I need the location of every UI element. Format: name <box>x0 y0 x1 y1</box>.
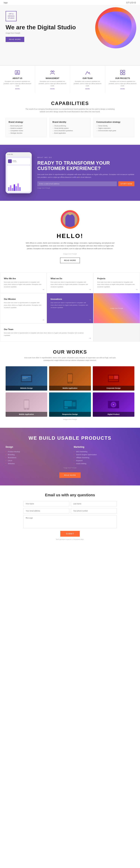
list-item: Product Mockup <box>6 450 66 453</box>
svg-rect-27 <box>64 407 68 408</box>
transform-title: READY TO TRANSFORM YOUR CUSTOMER EXPERIE… <box>37 160 134 171</box>
info-grid-bottom: Our Mission Duis aute irure dolor in rep… <box>0 293 140 323</box>
card-about-us-title: ABOUT US <box>2 77 33 80</box>
build-section: WE BUILD USABLE PRODUCTS Design Product … <box>0 428 140 486</box>
email-note: We'll get back to you in 1-2 business da… <box>23 538 117 540</box>
email-message-input[interactable] <box>23 515 117 528</box>
list-item: Affiliate Marketing <box>74 456 134 459</box>
works-image-label: Images from Freepik <box>6 418 134 420</box>
list-item: Brand equity audit <box>9 125 44 127</box>
cap-col-brand-strategy: Brand strategy Brand equity audit Audien… <box>6 118 47 137</box>
list-item: Keyword <box>74 459 134 462</box>
hello-read-more-button[interactable]: READ MORE <box>60 257 80 263</box>
header: logo STUDIO <box>0 0 140 5</box>
svg-rect-25 <box>64 401 72 406</box>
info-grid-wrapper: Who We Are Duis aute irure dolor in repr… <box>0 273 140 342</box>
email-submit-button[interactable]: SUBMIT <box>60 531 80 537</box>
work-item-website-design[interactable]: Website Design <box>6 366 47 391</box>
info-team-text: Duis aute irure dolor in reprehenderit i… <box>4 332 90 337</box>
cap-communication-list: Verbal identity Tagline exploration Comm… <box>96 125 131 132</box>
hero-image <box>95 7 136 49</box>
transform-input-row: START NOW <box>37 181 134 186</box>
cap-brand-identity-title: Brand identity <box>53 121 88 123</box>
card-management-title: MANAGEMENT <box>37 77 68 80</box>
email-firstname-input[interactable] <box>23 501 69 506</box>
bar-3 <box>12 188 13 191</box>
digital-product-illustration <box>108 401 119 408</box>
work-item-mobile-application-2[interactable]: Mobile Application <box>6 393 47 417</box>
email-form: SUBMIT We'll get back to you in 1-2 busi… <box>23 501 117 540</box>
avatar-inner <box>63 212 77 227</box>
work-item-responsive-design[interactable]: Responsive Design <box>49 393 91 417</box>
transform-phone-mockup: 12:31 PM Activity2.31 km <box>6 152 32 193</box>
work-item-corporate-design[interactable]: Corporate Design <box>93 366 134 391</box>
cards-row: ABOUT US Excepteur sint occaecat cupidat… <box>0 65 140 93</box>
transform-section: 12:31 PM Activity2.31 km WHAT WE DO READ… <box>0 145 140 201</box>
list-item: Brand application <box>53 132 88 134</box>
cap-brand-strategy-title: Brand strategy <box>9 121 44 123</box>
email-phone-input[interactable] <box>71 508 117 514</box>
svg-rect-15 <box>68 374 72 382</box>
svg-rect-22 <box>24 400 29 408</box>
list-item: Communication style guide <box>96 129 131 132</box>
info-innovations-title: Innovations <box>50 298 90 300</box>
svg-rect-26 <box>72 402 76 406</box>
card-about-us-link[interactable]: MORE <box>2 88 33 90</box>
transform-content: WHAT WE DO READY TO TRANSFORM YOUR CUSTO… <box>37 157 134 189</box>
management-icon <box>49 69 56 76</box>
svg-point-1 <box>16 71 18 73</box>
svg-point-23 <box>26 408 27 410</box>
work-item-digital-product[interactable]: Digital Product <box>93 393 134 417</box>
email-contact-row <box>23 508 117 514</box>
work-mobile-2-label: Mobile Application <box>6 412 47 417</box>
hero-read-more-button[interactable]: READ MORE <box>6 37 24 42</box>
info-cell-projects: Projects Duis aute irure dolor in repreh… <box>93 273 140 293</box>
phone-card: Activity2.31 km <box>7 158 30 164</box>
info-mission-text: Duis aute irure dolor in reprehenderit i… <box>4 302 43 309</box>
svg-point-2 <box>51 71 52 72</box>
cap-communication-title: Communication strategy <box>96 121 131 123</box>
info-innovations-text: Duis aute irure dolor in reprehenderit i… <box>50 302 90 309</box>
svg-point-3 <box>53 71 54 72</box>
info-grid-last: Our Team Duis aute irure dolor in repreh… <box>0 323 140 342</box>
card-our-projects-title: OUR PROJECTS <box>107 77 138 80</box>
info-grid-image-content: Image from Freepik <box>94 293 140 323</box>
email-email-input[interactable] <box>23 508 69 514</box>
list-item: Verbal identity <box>96 125 131 127</box>
card-our-projects: OUR PROJECTS Excepteur sint occaecat cup… <box>105 66 140 93</box>
svg-point-16 <box>69 382 71 383</box>
info-projects-arrow: → <box>135 288 138 291</box>
info-cell-who-we-are: Who We Are Duis aute irure dolor in repr… <box>0 273 47 293</box>
info-cell-what-we-do: What we Do Duis aute irure dolor in repr… <box>47 273 93 293</box>
info-team-arrow: → <box>89 337 91 340</box>
mobile-app-illustration <box>66 373 74 384</box>
email-section: Email us with any questions SUBMIT We'll… <box>0 486 140 548</box>
transform-start-now-button[interactable]: START NOW <box>118 181 134 186</box>
capabilities-section: CAPABILITIES The result of our company b… <box>0 93 140 145</box>
card-our-team-link[interactable]: MORE <box>72 88 103 90</box>
svg-point-31 <box>113 404 114 405</box>
card-management-text: Excepteur sint occaecat cupidatat non pr… <box>37 80 68 87</box>
avatar-figure <box>65 214 75 227</box>
work-website-label: Website Design <box>6 386 47 391</box>
svg-rect-18 <box>109 376 113 379</box>
phone-header: 12:31 PM <box>6 152 32 157</box>
info-what-text: Duis aute irure dolor in reprehenderit i… <box>50 281 90 288</box>
build-image-label: Image from Freepik <box>6 467 134 469</box>
our-works-section: OUR WORKS Duis aute irure dolor in repre… <box>0 342 140 428</box>
transform-email-input[interactable] <box>37 181 117 186</box>
build-read-more-button[interactable]: READ MORE <box>59 472 81 478</box>
work-mobile-label: Mobile Application <box>49 386 91 391</box>
email-lastname-input[interactable] <box>71 501 117 506</box>
transform-eyebrow: WHAT WE DO <box>37 157 134 158</box>
bar-7 <box>19 187 21 191</box>
about-us-icon <box>14 69 21 76</box>
card-our-projects-link[interactable]: MORE <box>107 88 138 90</box>
svg-rect-19 <box>109 379 118 381</box>
bar-2 <box>10 185 11 191</box>
work-item-mobile-application[interactable]: Mobile Application <box>49 366 91 391</box>
email-title: Email us with any questions <box>6 493 134 497</box>
card-management-link[interactable]: MORE <box>37 88 68 90</box>
phone-card-text: Activity2.31 km <box>13 160 16 162</box>
logo: logo <box>4 1 8 4</box>
